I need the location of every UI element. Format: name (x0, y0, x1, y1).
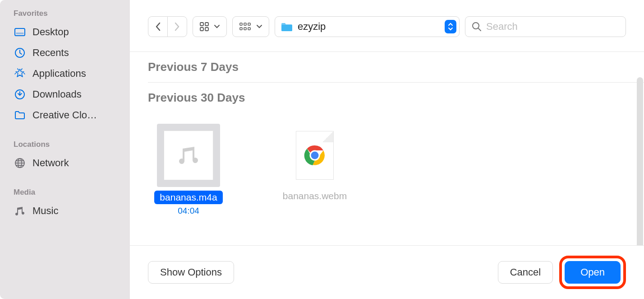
folder-icon (281, 21, 293, 32)
sidebar-item-music[interactable]: Music (0, 201, 130, 221)
svg-rect-13 (244, 28, 246, 30)
folder-icon (14, 109, 26, 121)
search-input[interactable] (486, 21, 619, 33)
file-item[interactable]: bananas.webm (274, 124, 355, 216)
sidebar-item-downloads[interactable]: Downloads (0, 84, 130, 105)
section-header-media: Media (0, 185, 130, 201)
sidebar-item-creativecloud[interactable]: Creative Clo… (0, 105, 130, 126)
nav-forward-button[interactable] (167, 16, 187, 37)
cancel-button[interactable]: Cancel (498, 261, 553, 284)
group-icon (239, 22, 252, 32)
desktop-icon (14, 26, 26, 38)
file-thumbnail (157, 124, 220, 187)
file-browser-content: Previous 7 Days Previous 30 Days bananas… (130, 52, 644, 245)
view-icons-button[interactable] (193, 16, 227, 37)
file-name: bananas.webm (283, 191, 347, 201)
svg-rect-14 (248, 23, 250, 25)
file-row: bananas.m4a 04:04 (148, 113, 626, 227)
sidebar-item-label: Creative Clo… (32, 109, 97, 121)
file-thumbnail (283, 124, 346, 187)
sidebar-item-label: Applications (32, 68, 86, 79)
file-item[interactable]: bananas.m4a 04:04 (148, 124, 229, 216)
sidebar: Favorites Desktop Recents Applications D… (0, 0, 130, 299)
svg-rect-16 (281, 25, 292, 31)
section-header-favorites: Favorites (0, 6, 130, 22)
svg-rect-8 (200, 28, 203, 31)
path-dropdown[interactable]: ezyzip (275, 16, 460, 37)
sidebar-item-network[interactable]: Network (0, 153, 130, 173)
sidebar-item-label: Network (32, 157, 69, 169)
sidebar-item-label: Music (32, 205, 58, 217)
svg-rect-11 (240, 28, 242, 30)
svg-rect-12 (244, 23, 246, 25)
chrome-icon (304, 144, 326, 167)
clock-icon (14, 47, 26, 59)
sidebar-item-label: Recents (32, 47, 69, 59)
main-panel: ezyzip Previous 7 Days Previous 30 Days (130, 0, 644, 299)
apps-icon (14, 67, 26, 80)
svg-rect-0 (15, 28, 25, 36)
svg-rect-7 (205, 23, 208, 26)
group-header-7days: Previous 7 Days (148, 52, 626, 82)
music-file-icon (176, 143, 201, 168)
search-icon (472, 22, 482, 32)
svg-point-17 (473, 23, 479, 29)
svg-rect-10 (240, 23, 242, 25)
open-button-highlight: Open (559, 256, 626, 289)
nav-back-button[interactable] (148, 16, 167, 37)
chevron-down-icon (256, 24, 262, 29)
open-button[interactable]: Open (565, 261, 621, 284)
svg-rect-1 (16, 33, 24, 34)
sidebar-item-label: Desktop (32, 26, 69, 38)
download-circle-icon (14, 88, 26, 101)
grid-icon (199, 22, 209, 32)
globe-icon (14, 157, 26, 169)
music-note-icon (14, 205, 26, 217)
svg-rect-6 (200, 23, 203, 26)
group-header-30days: Previous 30 Days (148, 83, 626, 113)
group-by-button[interactable] (232, 16, 269, 37)
file-name: bananas.m4a (154, 191, 222, 204)
bottom-bar: Show Options Cancel Open (130, 245, 644, 299)
scrollbar[interactable] (637, 77, 643, 245)
toolbar: ezyzip (130, 0, 644, 51)
sidebar-item-label: Downloads (32, 89, 82, 100)
file-meta: 04:04 (178, 206, 199, 216)
chevron-down-icon (214, 24, 220, 29)
sidebar-item-recents[interactable]: Recents (0, 42, 130, 63)
section-header-locations: Locations (0, 137, 130, 153)
svg-rect-15 (248, 28, 250, 30)
search-field[interactable] (465, 16, 626, 37)
updown-icon (445, 20, 456, 33)
sidebar-item-applications[interactable]: Applications (0, 63, 130, 84)
sidebar-item-desktop[interactable]: Desktop (0, 22, 130, 42)
show-options-button[interactable]: Show Options (148, 261, 234, 284)
path-label: ezyzip (298, 21, 440, 33)
svg-rect-9 (205, 28, 208, 31)
